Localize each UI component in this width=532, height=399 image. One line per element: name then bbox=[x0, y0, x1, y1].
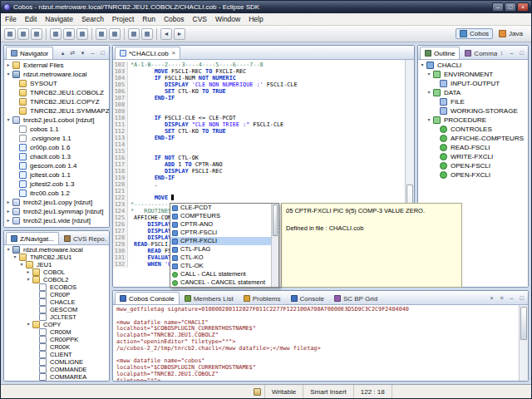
tree-item[interactable]: AFFICHE-COMPTEURS bbox=[418, 134, 528, 143]
menu-item-window[interactable]: Window bbox=[211, 15, 244, 23]
tree-item[interactable]: ▾JEU1 bbox=[4, 261, 109, 268]
completion-item[interactable]: CTL-OK bbox=[170, 262, 271, 270]
menu-item-cobos[interactable]: Cobos bbox=[160, 15, 189, 23]
tree-item[interactable]: COMLIGNE bbox=[4, 358, 109, 366]
code-line[interactable]: 113 END-IF bbox=[113, 135, 405, 141]
code-line[interactable]: 122 MOVE bbox=[113, 195, 405, 201]
scrollbar-thumb[interactable] bbox=[520, 307, 527, 340]
tree-item[interactable]: CR00K bbox=[4, 343, 109, 351]
expander-icon[interactable]: ▾ bbox=[426, 70, 432, 79]
expander-icon[interactable]: ▸ bbox=[25, 268, 32, 276]
completion-item[interactable]: CPTR-FSCLI bbox=[170, 229, 271, 237]
tree-item[interactable]: jcltest.cob 1.1 bbox=[4, 170, 109, 180]
tree-item[interactable]: gescom.cob 1.4 bbox=[4, 161, 109, 170]
code-line[interactable]: 117 ADD 1 TO CPTR-ANO bbox=[113, 161, 405, 168]
tree-item[interactable]: WRITE-FXCLI bbox=[418, 152, 528, 161]
tab-problems[interactable]: Problems bbox=[239, 292, 286, 304]
tab-commands[interactable]: Commands bbox=[460, 47, 497, 59]
expander-icon[interactable]: ▾ bbox=[5, 116, 12, 125]
code-line[interactable]: 120 . bbox=[113, 181, 405, 188]
expander-icon[interactable]: ▾ bbox=[5, 246, 12, 254]
menu-item-help[interactable]: Help bbox=[244, 15, 267, 23]
code-line[interactable]: 107 END-IF bbox=[113, 95, 405, 101]
expander-icon[interactable]: ▾ bbox=[419, 61, 426, 70]
code-line[interactable]: 111 DISPLAY "CLE NON TRIEE :" FSCLI-CLE bbox=[113, 121, 405, 128]
minimize-button[interactable]: – bbox=[492, 2, 504, 12]
tree-item[interactable]: GESCOM bbox=[4, 306, 109, 313]
code-line[interactable]: 118 DISPLAY FSCLI-REC bbox=[113, 168, 405, 175]
code-line[interactable]: 114 bbox=[113, 141, 405, 148]
expander-icon[interactable]: ▸ bbox=[5, 216, 12, 225]
tree-item[interactable]: ▾rdzut.metroware.local bbox=[4, 70, 109, 79]
menu-item-search[interactable]: Search bbox=[77, 15, 108, 23]
tree-item[interactable]: INPUT-OUTPUT bbox=[418, 79, 528, 88]
tree-item[interactable]: ▾rdzut.metroware.local bbox=[4, 246, 109, 254]
expander-icon[interactable]: ▸ bbox=[5, 207, 12, 216]
tree-item[interactable]: WORKING-STORAGE bbox=[418, 106, 528, 116]
code-line[interactable]: 116 IF NOT CTL-OK bbox=[113, 155, 405, 161]
close-tab-icon[interactable]: × bbox=[172, 50, 176, 57]
last-edit-icon[interactable] bbox=[141, 28, 153, 40]
tree-item[interactable]: COMMAREA bbox=[4, 373, 109, 381]
tree-item[interactable]: chacli.cob 1.3 bbox=[4, 152, 109, 161]
minimize-icon[interactable]: – bbox=[507, 293, 516, 303]
tree-item[interactable]: ▸tnrcb2.jeu1.copy [rdzut] bbox=[4, 198, 109, 207]
expander-icon[interactable]: ▾ bbox=[25, 321, 32, 328]
tree-item[interactable]: ▾ENVIRONMENT bbox=[418, 70, 528, 79]
maximize-icon[interactable]: □ bbox=[517, 48, 526, 57]
expander-icon[interactable]: ▾ bbox=[18, 261, 25, 268]
content-assist-scrollbar[interactable] bbox=[271, 204, 278, 287]
code-line[interactable]: 104 IF FSCLI-NUM NOT NUMERIC bbox=[113, 75, 405, 81]
tree-item[interactable]: CR00P bbox=[4, 291, 109, 298]
tree-item[interactable]: CHACLE bbox=[4, 298, 109, 306]
code-line[interactable]: 112 SET CTL-KO TO TRUE bbox=[113, 128, 405, 135]
maximize-icon[interactable]: □ bbox=[98, 48, 107, 57]
expander-icon[interactable]: ▸ bbox=[5, 61, 12, 70]
completion-item[interactable]: CANCEL - CANCEL statement bbox=[170, 278, 271, 287]
tab-members-list[interactable]: Members List bbox=[180, 292, 239, 304]
print-icon[interactable] bbox=[31, 28, 42, 40]
tree-item[interactable]: CONTROLES bbox=[418, 125, 528, 134]
close-button[interactable]: × bbox=[517, 2, 529, 12]
tab-console[interactable]: Console bbox=[286, 292, 329, 304]
code-line[interactable]: 108 bbox=[113, 101, 405, 108]
tree-item[interactable]: CLIENT bbox=[4, 351, 109, 358]
code-line[interactable]: 106 SET CTL-KO TO TRUE bbox=[113, 88, 405, 95]
tree-item[interactable]: JCLTEST bbox=[4, 313, 109, 321]
completion-item[interactable]: CLE-PCDT bbox=[170, 204, 271, 212]
expander-icon[interactable]: ▾ bbox=[25, 276, 32, 283]
expander-icon[interactable]: ▾ bbox=[426, 116, 432, 125]
menu-item-project[interactable]: Project bbox=[108, 15, 138, 23]
run-icon[interactable] bbox=[63, 28, 75, 40]
minimize-icon[interactable]: – bbox=[507, 48, 516, 57]
tree-item[interactable]: CR00M bbox=[4, 328, 109, 336]
tree-item[interactable]: SYSOUT bbox=[4, 79, 109, 88]
external-tools-icon[interactable] bbox=[76, 28, 88, 40]
menu-item-cvs[interactable]: CVS bbox=[189, 15, 211, 23]
tab-navigator[interactable]: Navigator bbox=[6, 47, 53, 59]
menu-item-edit[interactable]: Edit bbox=[21, 15, 42, 23]
expander-icon[interactable]: ▾ bbox=[5, 70, 12, 79]
debug-icon[interactable] bbox=[50, 28, 62, 40]
completion-item[interactable]: CTL-FLAG bbox=[170, 245, 271, 254]
scroll-lock-icon[interactable]: ≡ bbox=[497, 293, 506, 303]
search-icon[interactable] bbox=[109, 28, 121, 40]
tree-item[interactable]: ECOBOS bbox=[4, 283, 109, 291]
tree-item[interactable]: ▾TNRCB2.JEU1 bbox=[4, 254, 109, 261]
code-line[interactable]: 121 bbox=[113, 188, 405, 195]
tree-item[interactable]: ▾COPY bbox=[4, 321, 109, 328]
tree-item[interactable]: ▾PROCEDURE bbox=[418, 116, 528, 125]
minimize-icon[interactable]: – bbox=[88, 48, 97, 57]
code-line[interactable]: 110 IF FSCLI-CLE <= CLE-PCDT bbox=[113, 115, 405, 121]
completion-item[interactable]: CTL-KO bbox=[170, 254, 271, 262]
sort-icon[interactable]: ↕ bbox=[497, 48, 506, 57]
menu-item-run[interactable]: Run bbox=[138, 15, 160, 23]
code-line[interactable]: 115 bbox=[113, 148, 405, 155]
tree-item[interactable]: ▸tnrcb2.jeu1.vide [rdzut] bbox=[4, 216, 109, 225]
tree-item[interactable]: OPEN-FSCLI bbox=[418, 161, 528, 170]
annotation-icon[interactable] bbox=[128, 28, 140, 40]
tree-item[interactable]: .cvsignore 1.1 bbox=[4, 134, 109, 143]
menu-item-navigate[interactable]: Navigate bbox=[41, 15, 77, 23]
completion-item[interactable]: COMPTEURS bbox=[170, 212, 271, 220]
expander-icon[interactable]: ▾ bbox=[426, 88, 432, 97]
